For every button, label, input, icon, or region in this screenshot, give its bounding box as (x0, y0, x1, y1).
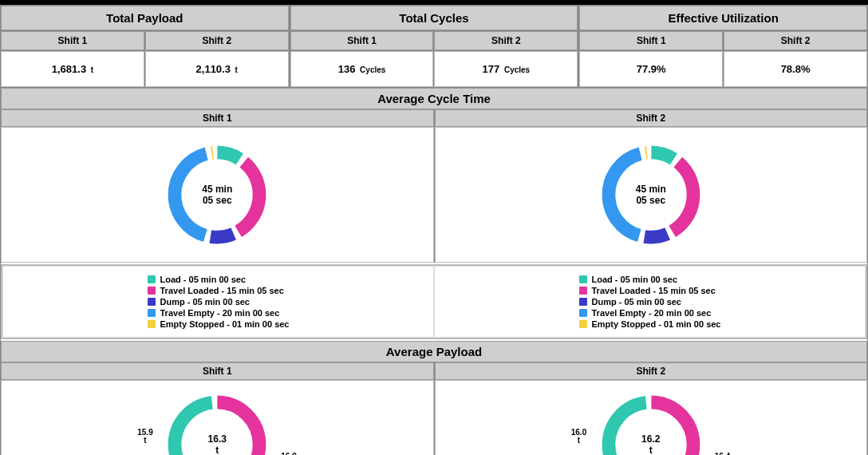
kpi-payload-shift1: 1,681.3 t (1, 51, 144, 87)
donut-center-label: 16.3 t (161, 389, 273, 455)
legend-swatch (148, 309, 156, 317)
kpi-cycles-unit-2: Cycles (504, 65, 530, 74)
donut-cycle-shift2: 45 min 05 sec (595, 139, 707, 251)
kpi-payload-shift1-value: 1,681.3 (52, 63, 86, 75)
avg-payload-title: Average Payload (1, 341, 867, 362)
kpi-cycles-shift2: 177 Cycles (434, 51, 578, 87)
payload-left-label: 15.9 t (137, 429, 152, 445)
donut-payload-shift1: 16.3 t (161, 389, 273, 455)
legend-item: Load - 05 min 00 sec (579, 275, 721, 284)
kpi-payload-shift2-header: Shift 2 (145, 31, 289, 50)
avg-payload-chart-shift1: 16.3 t 15.9 t 16.9 t (1, 380, 434, 455)
donut-center-label: 16.2 t (595, 389, 707, 455)
legend-label: Travel Loaded - 15 min 05 sec (592, 286, 716, 295)
kpi-payload-unit-2: t (235, 65, 238, 74)
legend-label: Dump - 05 min 00 sec (160, 297, 251, 307)
legend-item: Dump - 05 min 00 sec (579, 297, 721, 307)
center-line1: 45 min (636, 184, 666, 195)
center-unit: t (649, 445, 653, 455)
legend-swatch (148, 298, 156, 306)
kpi-util-shift2: 78.8% (724, 51, 867, 87)
kpi-cycles-shift1-value: 136 (338, 63, 356, 75)
avg-payload-shift2-label: Shift 2 (435, 362, 868, 380)
avg-cycle-legend-row: Load - 05 min 00 secTravel Loaded - 15 m… (1, 264, 867, 339)
kpi-cycles-shift2-value: 177 (483, 63, 500, 75)
center-line1: 45 min (202, 184, 232, 195)
donut-center-label: 45 min 05 sec (595, 139, 707, 251)
kpi-util-shift2-header: Shift 2 (724, 31, 867, 50)
kpi-payload-shift2-value: 2,110.3 (196, 63, 231, 75)
avg-cycle-title: Average Cycle Time (1, 88, 867, 109)
kpi-shift-header-row: Shift 1 Shift 2 Shift 1 Shift 2 Shift 1 … (1, 31, 867, 51)
legend-label: Empty Stopped - 01 min 00 sec (160, 319, 290, 329)
kpi-util-shift1: 77.9% (579, 51, 723, 87)
legend-swatch (148, 320, 156, 328)
kpi-payload-shift2: 2,110.3 t (145, 51, 289, 87)
kpi-payload-unit-1: t (91, 65, 93, 74)
center-line2: 05 sec (203, 195, 232, 206)
avg-payload-shift1-label: Shift 1 (1, 362, 434, 380)
legend-swatch (148, 275, 156, 283)
donut-center-label: 45 min 05 sec (161, 139, 273, 251)
legend-swatch (579, 275, 587, 283)
kpi-header-row: Total Payload Total Cycles Effective Uti… (1, 6, 867, 31)
legend-item: Empty Stopped - 01 min 00 sec (579, 319, 721, 329)
kpi-util-shift1-value: 77.9% (637, 63, 666, 75)
kpi-cycles-shift1-header: Shift 1 (290, 31, 434, 50)
legend-item: Dump - 05 min 00 sec (148, 297, 290, 307)
legend-label: Travel Empty - 20 min 00 sec (592, 308, 712, 318)
legend-item: Empty Stopped - 01 min 00 sec (148, 319, 290, 329)
center-value: 16.3 (208, 433, 227, 445)
avg-cycle-shift-headers: Shift 1 Shift 2 (1, 109, 867, 127)
kpi-payload-shift1-header: Shift 1 (1, 31, 144, 50)
avg-cycle-chart-shift2: 45 min 05 sec (435, 127, 868, 263)
avg-payload-charts: 16.3 t 15.9 t 16.9 t 16.2 t (1, 380, 867, 455)
legend-swatch (579, 320, 587, 328)
center-unit: t (215, 445, 219, 455)
kpi-util-shift1-header: Shift 1 (579, 31, 723, 50)
kpi-cycles-title: Total Cycles (290, 6, 578, 30)
legend-label: Empty Stopped - 01 min 00 sec (592, 319, 721, 329)
legend-label: Travel Empty - 20 min 00 sec (160, 308, 280, 318)
legend-label: Load - 05 min 00 sec (592, 275, 678, 284)
legend-item: Travel Loaded - 15 min 05 sec (148, 286, 290, 295)
center-line2: 05 sec (636, 195, 665, 206)
avg-cycle-legend-shift1: Load - 05 min 00 secTravel Loaded - 15 m… (2, 266, 434, 338)
kpi-value-row: 1,681.3 t 2,110.3 t 136 Cycles 177 Cycle… (1, 51, 867, 88)
legend-item: Load - 05 min 00 sec (148, 275, 290, 284)
avg-payload-chart-shift2: 16.2 t 16.0 t 16.4 t (435, 380, 868, 455)
legend-swatch (579, 298, 587, 306)
payload-left-label: 16.0 t (571, 429, 586, 445)
center-value: 16.2 (641, 433, 660, 445)
legend-label: Load - 05 min 00 sec (160, 275, 247, 284)
kpi-cycles-shift2-header: Shift 2 (434, 31, 578, 50)
avg-cycle-charts: 45 min 05 sec 45 min 05 sec (1, 127, 867, 263)
kpi-util-title: Effective Utilization (579, 6, 867, 30)
avg-cycle-legend-shift2: Load - 05 min 00 secTravel Loaded - 15 m… (434, 266, 866, 338)
kpi-cycles-shift1: 136 Cycles (290, 51, 434, 87)
donut-cycle-shift1: 45 min 05 sec (161, 139, 273, 251)
legend-item: Travel Empty - 20 min 00 sec (148, 308, 290, 318)
legend-swatch (579, 309, 587, 317)
legend-item: Travel Empty - 20 min 00 sec (579, 308, 721, 318)
donut-payload-shift2: 16.2 t (595, 389, 707, 455)
legend-label: Travel Loaded - 15 min 05 sec (160, 286, 284, 295)
dashboard-container: Total Payload Total Cycles Effective Uti… (0, 5, 868, 455)
kpi-util-shift2-value: 78.8% (781, 63, 811, 75)
avg-cycle-shift2-label: Shift 2 (435, 109, 868, 127)
kpi-payload-title: Total Payload (1, 6, 289, 30)
avg-cycle-shift1-label: Shift 1 (1, 109, 434, 127)
legend-swatch (579, 287, 587, 295)
legend-swatch (148, 287, 156, 295)
legend-item: Travel Loaded - 15 min 05 sec (579, 286, 721, 295)
legend-label: Dump - 05 min 00 sec (592, 297, 682, 307)
kpi-cycles-unit-1: Cycles (360, 65, 385, 74)
avg-cycle-chart-shift1: 45 min 05 sec (1, 127, 434, 263)
avg-payload-shift-headers: Shift 1 Shift 2 (1, 362, 867, 380)
